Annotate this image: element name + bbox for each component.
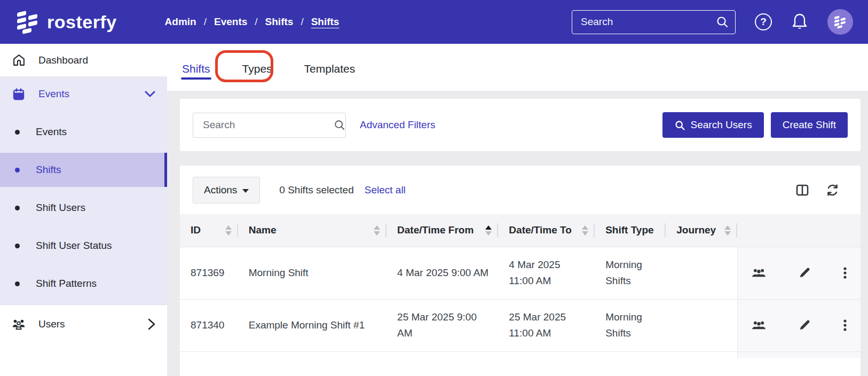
sidebar-item-users[interactable]: Users	[0, 305, 167, 343]
avatar-rosterfy-icon	[827, 9, 853, 35]
actions-dropdown[interactable]: Actions	[193, 177, 260, 203]
breadcrumb-shifts-current[interactable]: Shifts	[311, 16, 340, 28]
table-search-box	[193, 113, 346, 138]
edit-shift-button[interactable]	[799, 319, 810, 331]
search-users-button[interactable]: Search Users	[662, 112, 764, 138]
column-header-date-to[interactable]: Date/Time To	[498, 214, 595, 247]
brand-name: rosterfy	[47, 12, 117, 33]
people-icon	[752, 320, 766, 331]
rosterfy-logo-icon	[16, 9, 40, 35]
breadcrumb-events[interactable]: Events	[214, 16, 247, 28]
rosterfy-logo[interactable]: rosterfy	[16, 9, 117, 35]
select-all-link[interactable]: Select all	[365, 184, 406, 196]
breadcrumb: Admin / Events / Shifts / Shifts	[165, 16, 340, 28]
row-actions-cell	[737, 299, 861, 351]
cell-journey	[666, 299, 737, 351]
selected-count-text: 0 Shifts selected	[279, 184, 353, 196]
shift-users-button[interactable]	[752, 268, 766, 279]
cell-date-to: 25 Mar 2025 11:00 AM	[498, 299, 595, 351]
sort-icon-active-asc[interactable]	[485, 225, 492, 236]
sidebar-item-dashboard[interactable]: Dashboard	[0, 44, 167, 77]
column-header-journey[interactable]: Journey	[666, 214, 737, 247]
notifications-button[interactable]	[791, 13, 808, 31]
kebab-menu-icon	[843, 267, 847, 279]
breadcrumb-shifts[interactable]: Shifts	[265, 16, 294, 28]
refresh-icon	[826, 184, 839, 197]
bullet-icon	[15, 206, 20, 210]
shifts-table-card: Actions 0 Shifts selected Select all	[180, 166, 861, 376]
more-options-button[interactable]	[843, 267, 847, 279]
column-header-name[interactable]: Name	[238, 214, 386, 247]
sort-icon[interactable]	[225, 225, 232, 236]
sort-icon[interactable]	[582, 225, 588, 236]
pencil-icon	[799, 267, 810, 279]
top-navbar: rosterfy Admin / Events / Shifts / Shift…	[0, 0, 868, 44]
cell-name: Morning Shift	[238, 247, 386, 299]
sidebar-item-label: Shift User Status	[36, 240, 112, 252]
tab-types[interactable]: Types	[241, 49, 273, 86]
main-content: Shifts Types Templates Advanced Filters	[167, 44, 868, 376]
sidebar-item-shift-users[interactable]: Shift Users	[0, 191, 167, 225]
kebab-menu-icon	[843, 319, 847, 332]
table-row[interactable]: 871369 Morning Shift 4 Mar 2025 9:00 AM …	[180, 247, 861, 299]
sidebar-group-events: Events Events Shifts Shift Users Shift U…	[0, 77, 167, 305]
sidebar-item-label: Dashboard	[38, 54, 88, 66]
column-header-actions	[737, 214, 861, 247]
bullet-icon	[15, 130, 20, 135]
sidebar: Dashboard Events Events Shifts	[0, 44, 167, 376]
sidebar-group-label: Events	[38, 88, 69, 100]
breadcrumb-separator: /	[255, 16, 257, 28]
help-button[interactable]: ?	[755, 13, 772, 30]
table-row[interactable]: 871340 Example Morning Shift #1 25 Mar 2…	[180, 299, 861, 351]
sidebar-item-shift-patterns[interactable]: Shift Patterns	[0, 267, 167, 301]
cell-id: 871369	[180, 247, 238, 299]
breadcrumb-separator: /	[204, 16, 207, 28]
search-icon[interactable]	[716, 15, 729, 28]
user-avatar[interactable]	[827, 9, 853, 35]
sort-icon[interactable]	[374, 225, 380, 236]
column-header-shift-type[interactable]: Shift Type	[595, 214, 666, 247]
search-icon[interactable]	[334, 119, 345, 131]
breadcrumb-admin[interactable]: Admin	[165, 16, 196, 28]
filter-toolbar: Advanced Filters Search Users Create Shi…	[180, 99, 861, 151]
sidebar-item-label: Events	[36, 126, 67, 138]
cell-journey	[666, 247, 737, 299]
bullet-icon	[15, 281, 20, 286]
sidebar-item-shift-user-status[interactable]: Shift User Status	[0, 229, 167, 263]
search-icon	[674, 120, 685, 131]
table-search-input[interactable]	[203, 119, 334, 131]
shift-users-button[interactable]	[752, 320, 766, 331]
cell-shift-type: Morning Shifts	[595, 299, 666, 351]
pencil-icon	[799, 319, 810, 331]
sidebar-item-shifts[interactable]: Shifts	[0, 153, 167, 187]
cell-date-from: 25 Mar 2025 9:00 AM	[386, 299, 498, 351]
create-shift-label: Create Shift	[783, 119, 836, 131]
column-header-id[interactable]: ID	[180, 214, 238, 247]
advanced-filters-link[interactable]: Advanced Filters	[360, 119, 436, 131]
help-icon: ?	[755, 13, 772, 30]
sidebar-item-label: Shift Users	[36, 202, 85, 214]
row-actions-cell	[737, 247, 861, 299]
sidebar-item-label: Shift Patterns	[36, 278, 97, 289]
chevron-down-icon	[145, 90, 155, 98]
sort-icon[interactable]	[724, 225, 731, 236]
refresh-button[interactable]	[826, 184, 839, 197]
tab-templates[interactable]: Templates	[303, 49, 357, 86]
bullet-icon	[15, 168, 20, 173]
calendar-icon	[12, 88, 26, 100]
more-options-button[interactable]	[843, 319, 847, 332]
global-search-input[interactable]	[581, 16, 716, 28]
column-settings-button[interactable]	[796, 184, 809, 197]
edit-shift-button[interactable]	[799, 267, 810, 279]
home-icon	[12, 53, 26, 67]
tab-shifts[interactable]: Shifts	[181, 49, 211, 86]
table-header-row: ID Name Date/Time From Date/Time To Shif…	[180, 214, 861, 247]
sidebar-group-events-header[interactable]: Events	[0, 77, 167, 111]
actions-label: Actions	[204, 184, 237, 196]
sidebar-item-events[interactable]: Events	[0, 115, 167, 149]
cell-id: 871340	[180, 299, 238, 351]
shifts-table: ID Name Date/Time From Date/Time To Shif…	[180, 214, 861, 358]
create-shift-button[interactable]: Create Shift	[771, 112, 848, 138]
column-header-date-from[interactable]: Date/Time From	[386, 214, 498, 247]
breadcrumb-separator: /	[301, 16, 303, 28]
